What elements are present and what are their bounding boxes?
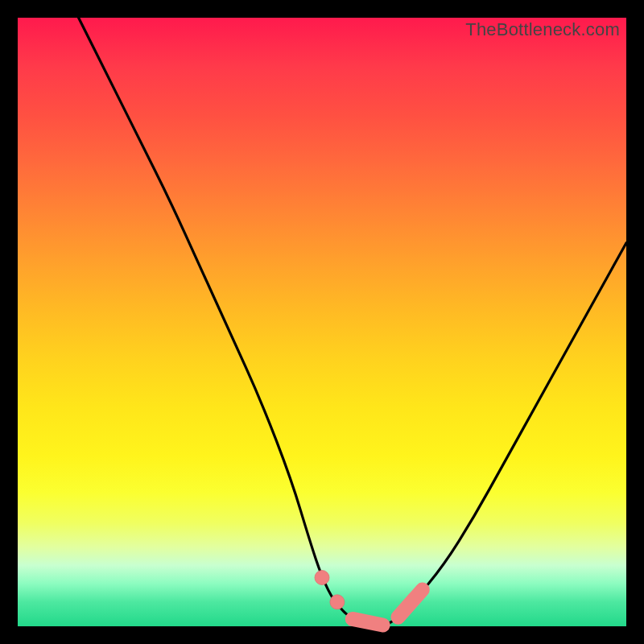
- curve-markers: [315, 571, 423, 625]
- plot-area: TheBottleneck.com: [18, 18, 626, 626]
- curve-marker-pill: [398, 590, 423, 617]
- curve-marker-pill: [353, 619, 383, 625]
- chart-frame: TheBottleneck.com: [0, 0, 644, 644]
- curve-marker-dot: [315, 571, 329, 585]
- curve-marker-dot: [330, 595, 345, 609]
- bottleneck-curve-path: [79, 18, 626, 626]
- curve-layer: [18, 18, 626, 626]
